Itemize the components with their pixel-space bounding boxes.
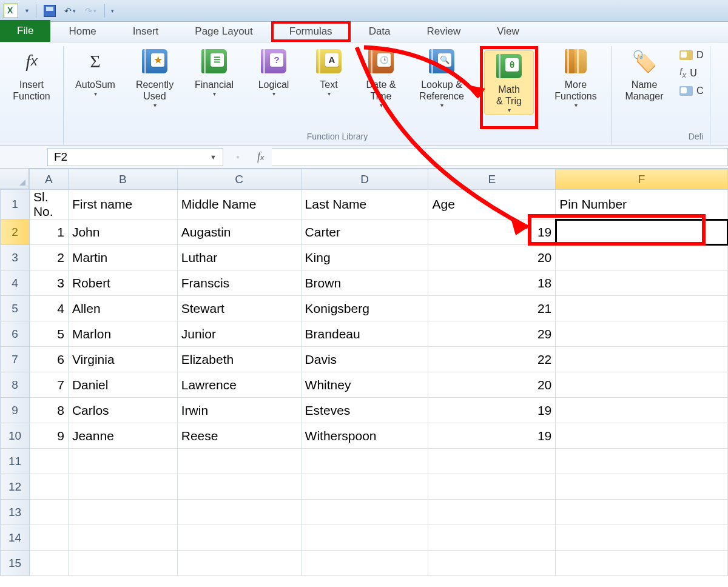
- row-header-2[interactable]: 2: [1, 220, 30, 245]
- cell-C6[interactable]: Junior: [177, 321, 301, 347]
- tab-insert[interactable]: Insert: [115, 21, 177, 42]
- cell-E8[interactable]: 20: [428, 372, 556, 398]
- tab-page-layout[interactable]: Page Layout: [177, 21, 271, 42]
- cell-A5[interactable]: 4: [29, 296, 68, 321]
- cell-C13[interactable]: [177, 500, 301, 525]
- cell-D2[interactable]: Carter: [301, 220, 428, 245]
- row-header-10[interactable]: 10: [1, 423, 30, 449]
- qat-customize-icon[interactable]: ▾: [111, 8, 114, 14]
- cell-E12[interactable]: [428, 474, 556, 500]
- cell-A13[interactable]: [29, 500, 68, 525]
- cell-F4[interactable]: [556, 270, 728, 296]
- cell-E5[interactable]: 21: [428, 296, 556, 321]
- app-menu-dropdown-icon[interactable]: ▼: [24, 8, 30, 14]
- dropdown-icon[interactable]: ▼: [210, 153, 217, 161]
- row-header-13[interactable]: 13: [1, 500, 30, 525]
- recently-used-button[interactable]: ★ Recently Used ▾: [129, 46, 180, 129]
- use-in-formula-button[interactable]: fxU: [679, 67, 704, 79]
- cell-D6[interactable]: Brandeau: [301, 321, 428, 347]
- cell-D5[interactable]: Konigsberg: [301, 296, 428, 321]
- financial-button[interactable]: ☰ Financial ▾: [189, 46, 240, 129]
- cell-B12[interactable]: [68, 474, 177, 500]
- col-header-A[interactable]: A: [29, 169, 68, 190]
- cell-E15[interactable]: [428, 551, 556, 576]
- cell-A7[interactable]: 6: [29, 347, 68, 372]
- tab-file[interactable]: File: [0, 20, 50, 42]
- text-button[interactable]: A Text ▾: [308, 46, 350, 129]
- col-header-F[interactable]: F: [556, 169, 728, 190]
- cell-A10[interactable]: 9: [29, 423, 68, 449]
- cell-F3[interactable]: [556, 245, 728, 270]
- cell-A11[interactable]: [29, 449, 68, 474]
- cell-C1[interactable]: Middle Name: [177, 190, 301, 220]
- cell-D1[interactable]: Last Name: [301, 190, 428, 220]
- cell-A2[interactable]: 1: [29, 220, 68, 245]
- row-header-7[interactable]: 7: [1, 347, 30, 372]
- cell-F9[interactable]: [556, 398, 728, 423]
- cell-F7[interactable]: [556, 347, 728, 372]
- cell-C10[interactable]: Reese: [177, 423, 301, 449]
- cell-D10[interactable]: Witherspoon: [301, 423, 428, 449]
- cell-A12[interactable]: [29, 474, 68, 500]
- cell-E10[interactable]: 19: [428, 423, 556, 449]
- cell-A4[interactable]: 3: [29, 270, 68, 296]
- cell-A1[interactable]: Sl. No.: [29, 190, 68, 220]
- cell-D4[interactable]: Brown: [301, 270, 428, 296]
- cell-F11[interactable]: [556, 449, 728, 474]
- row-header-11[interactable]: 11: [1, 449, 30, 474]
- cell-D3[interactable]: King: [301, 245, 428, 270]
- row-header-14[interactable]: 14: [1, 525, 30, 551]
- cell-B8[interactable]: Daniel: [68, 372, 177, 398]
- cell-C7[interactable]: Elizabeth: [177, 347, 301, 372]
- cell-B11[interactable]: [68, 449, 177, 474]
- define-name-button[interactable]: D: [679, 50, 704, 61]
- cell-B3[interactable]: Martin: [68, 245, 177, 270]
- cell-A3[interactable]: 2: [29, 245, 68, 270]
- cell-D14[interactable]: [301, 525, 428, 551]
- cell-D11[interactable]: [301, 449, 428, 474]
- cell-D7[interactable]: Davis: [301, 347, 428, 372]
- col-header-C[interactable]: C: [177, 169, 301, 190]
- cell-F5[interactable]: [556, 296, 728, 321]
- cell-C5[interactable]: Stewart: [177, 296, 301, 321]
- cell-C3[interactable]: Luthar: [177, 245, 301, 270]
- cell-C14[interactable]: [177, 525, 301, 551]
- cell-F8[interactable]: [556, 372, 728, 398]
- cell-B4[interactable]: Robert: [68, 270, 177, 296]
- cell-A14[interactable]: [29, 525, 68, 551]
- cell-D13[interactable]: [301, 500, 428, 525]
- cell-E11[interactable]: [428, 449, 556, 474]
- cell-D12[interactable]: [301, 474, 428, 500]
- cell-E13[interactable]: [428, 500, 556, 525]
- row-header-5[interactable]: 5: [1, 296, 30, 321]
- row-header-12[interactable]: 12: [1, 474, 30, 500]
- col-header-D[interactable]: D: [301, 169, 428, 190]
- col-header-B[interactable]: B: [68, 169, 177, 190]
- row-header-1[interactable]: 1: [1, 190, 30, 220]
- cell-B2[interactable]: John: [68, 220, 177, 245]
- cell-A6[interactable]: 5: [29, 321, 68, 347]
- tab-home[interactable]: Home: [50, 21, 114, 42]
- cell-F15[interactable]: [556, 551, 728, 576]
- cell-C11[interactable]: [177, 449, 301, 474]
- cell-C12[interactable]: [177, 474, 301, 500]
- save-button[interactable]: [42, 4, 57, 18]
- row-header-9[interactable]: 9: [1, 398, 30, 423]
- name-box[interactable]: F2 ▼: [47, 148, 223, 166]
- cell-C2[interactable]: Augastin: [177, 220, 301, 245]
- cell-F6[interactable]: [556, 321, 728, 347]
- logical-button[interactable]: ? Logical ▾: [248, 46, 299, 129]
- cell-D9[interactable]: Esteves: [301, 398, 428, 423]
- select-all-corner[interactable]: [0, 169, 29, 189]
- col-header-E[interactable]: E: [428, 169, 556, 190]
- cell-B6[interactable]: Marlon: [68, 321, 177, 347]
- cell-B7[interactable]: Virginia: [68, 347, 177, 372]
- lookup-reference-button[interactable]: 🔍 Lookup & Reference ▾: [412, 46, 471, 129]
- insert-function-button[interactable]: fx Insert Function: [6, 46, 57, 129]
- cell-A9[interactable]: 8: [29, 398, 68, 423]
- cell-D8[interactable]: Whitney: [301, 372, 428, 398]
- row-header-8[interactable]: 8: [1, 372, 30, 398]
- undo-button[interactable]: ↶▾: [63, 4, 78, 18]
- cell-C8[interactable]: Lawrence: [177, 372, 301, 398]
- tab-review[interactable]: Review: [409, 21, 479, 42]
